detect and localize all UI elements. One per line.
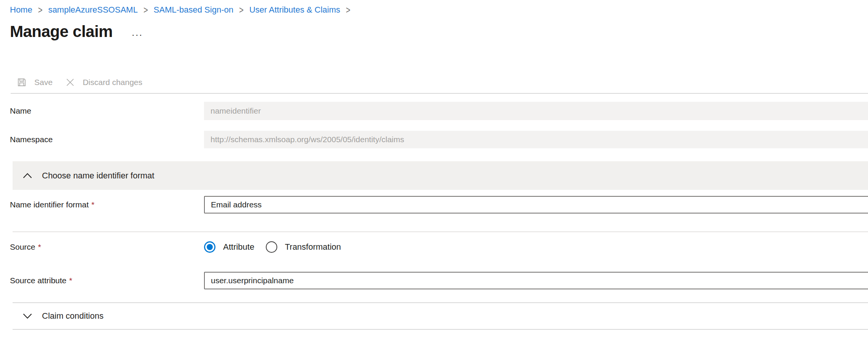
radio-button-icon <box>266 241 277 253</box>
discard-changes-button[interactable]: Discard changes <box>65 77 142 88</box>
page-header: Manage claim ... <box>0 22 868 41</box>
page-title: Manage claim <box>10 22 113 41</box>
required-asterisk: * <box>38 242 41 251</box>
save-button[interactable]: Save <box>16 77 53 88</box>
section-title: Claim conditions <box>42 311 103 321</box>
source-radio-group: Attribute Transformation <box>204 241 868 253</box>
save-button-label: Save <box>34 78 53 87</box>
breadcrumb-separator: > <box>38 4 43 16</box>
name-identifier-format-dropdown[interactable] <box>204 196 868 213</box>
breadcrumb-link-app[interactable]: sampleAzureSSOSAML <box>48 5 138 15</box>
radio-label: Attribute <box>223 242 254 252</box>
required-asterisk: * <box>92 200 95 209</box>
required-asterisk: * <box>69 276 72 285</box>
source-field-row: Source* Attribute Transformation <box>0 238 868 257</box>
source-radio-attribute[interactable]: Attribute <box>204 241 254 253</box>
source-attribute-combobox[interactable] <box>204 272 868 289</box>
source-attribute-row: Source attribute* <box>0 272 868 289</box>
discard-changes-label: Discard changes <box>83 78 142 87</box>
name-label: Name <box>0 106 204 116</box>
breadcrumb-separator: > <box>143 4 148 16</box>
source-radio-transformation[interactable]: Transformation <box>266 241 341 253</box>
manage-claim-page: Home > sampleAzureSSOSAML > SAML-based S… <box>0 0 868 330</box>
section-title: Choose name identifier format <box>42 171 154 181</box>
breadcrumb-separator: > <box>346 4 350 16</box>
breadcrumb-link-saml-signon[interactable]: SAML-based Sign-on <box>154 5 233 15</box>
radio-button-icon <box>204 241 215 253</box>
namespace-field-row: Namespace http://schemas.xmlsoap.org/ws/… <box>0 131 868 148</box>
save-icon <box>16 77 27 88</box>
breadcrumb-link-user-attributes-claims[interactable]: User Attributes & Claims <box>249 5 340 15</box>
chevron-up-icon <box>23 172 32 179</box>
close-icon <box>65 77 76 88</box>
radio-label: Transformation <box>285 242 341 252</box>
chevron-down-icon <box>23 313 32 319</box>
command-bar: Save Discard changes <box>16 73 868 92</box>
breadcrumb-link-home[interactable]: Home <box>10 5 32 15</box>
more-menu-button[interactable]: ... <box>130 27 145 41</box>
breadcrumb-separator: > <box>239 4 244 16</box>
source-label: Source* <box>0 242 204 252</box>
section-choose-name-identifier-format[interactable]: Choose name identifier format <box>13 161 868 190</box>
name-field-row: Name nameidentifier <box>0 102 868 120</box>
toolbar-divider <box>11 93 868 94</box>
namespace-label: Namespace <box>0 135 204 144</box>
name-identifier-format-label: Name identifier format* <box>0 200 204 209</box>
section-claim-conditions[interactable]: Claim conditions <box>13 302 868 330</box>
name-identifier-format-row: Name identifier format* <box>0 196 868 213</box>
divider <box>13 231 868 232</box>
source-attribute-label: Source attribute* <box>0 276 204 285</box>
breadcrumb: Home > sampleAzureSSOSAML > SAML-based S… <box>0 0 868 15</box>
name-input: nameidentifier <box>204 102 868 120</box>
namespace-input: http://schemas.xmlsoap.org/ws/2005/05/id… <box>204 131 868 148</box>
